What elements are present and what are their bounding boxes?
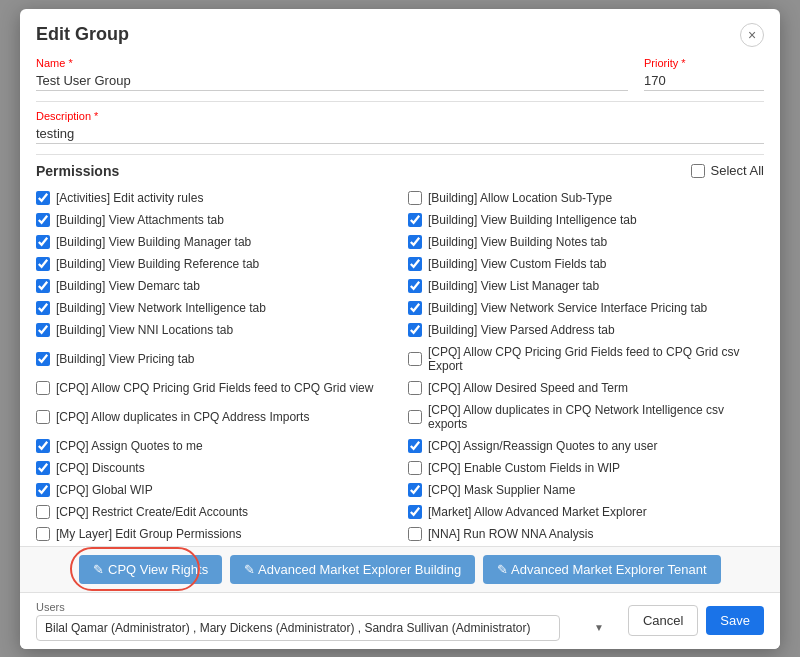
permission-item: [CPQ] Allow duplicates in CPQ Address Im… [36, 401, 392, 433]
permission-checkbox[interactable] [408, 505, 422, 519]
modal-header: Edit Group × [20, 9, 780, 47]
permission-item: [CPQ] Allow duplicates in CPQ Network In… [408, 401, 764, 433]
permission-item: [CPQ] Discounts [36, 459, 392, 477]
divider-1 [36, 101, 764, 102]
permission-checkbox[interactable] [36, 381, 50, 395]
permission-checkbox[interactable] [408, 279, 422, 293]
permission-checkbox[interactable] [36, 505, 50, 519]
permission-label: [Building] View Network Intelligence tab [56, 301, 266, 315]
permission-checkbox[interactable] [36, 301, 50, 315]
permission-item: [CPQ] Allow CPQ Pricing Grid Fields feed… [36, 379, 392, 397]
cancel-button[interactable]: Cancel [628, 605, 698, 636]
permission-label: [CPQ] Discounts [56, 461, 145, 475]
select-all-checkbox[interactable] [691, 164, 705, 178]
permission-item: [Building] View Demarc tab [36, 277, 392, 295]
permission-item: [Building] View Building Intelligence ta… [408, 211, 764, 229]
permission-checkbox[interactable] [36, 213, 50, 227]
ame-building-button[interactable]: ✎ Advanced Market Explorer Building [230, 555, 475, 584]
priority-input[interactable] [644, 71, 764, 91]
permission-label: [Building] View Parsed Address tab [428, 323, 615, 337]
name-input[interactable] [36, 71, 628, 91]
select-all-label: Select All [711, 163, 764, 178]
description-group: Description * [36, 110, 764, 144]
permission-checkbox[interactable] [408, 301, 422, 315]
footer-actions: Cancel Save [628, 605, 764, 636]
permission-checkbox[interactable] [408, 352, 422, 366]
permission-label: [CPQ] Allow duplicates in CPQ Network In… [428, 403, 764, 431]
permission-label: [CPQ] Allow CPQ Pricing Grid Fields feed… [428, 345, 764, 373]
permission-label: [CPQ] Mask Supplier Name [428, 483, 575, 497]
permission-item: [Building] View List Manager tab [408, 277, 764, 295]
permission-checkbox[interactable] [36, 257, 50, 271]
permission-checkbox[interactable] [408, 323, 422, 337]
permission-label: [Building] View Building Manager tab [56, 235, 251, 249]
description-input[interactable] [36, 124, 764, 144]
name-label: Name * [36, 57, 628, 69]
divider-2 [36, 154, 764, 155]
permission-item: [My Layer] Edit Group Permissions [36, 525, 392, 543]
permissions-grid: [Activities] Edit activity rules[Buildin… [36, 189, 764, 543]
permission-checkbox[interactable] [408, 213, 422, 227]
permission-item: [CPQ] Enable Custom Fields in WIP [408, 459, 764, 477]
close-button[interactable]: × [740, 23, 764, 47]
permission-item: [Market] Allow Advanced Market Explorer [408, 503, 764, 521]
ame-tenant-button[interactable]: ✎ Advanced Market Explorer Tenant [483, 555, 721, 584]
permission-label: [My Layer] Edit Group Permissions [56, 527, 241, 541]
permission-label: [CPQ] Allow CPQ Pricing Grid Fields feed… [56, 381, 373, 395]
permission-checkbox[interactable] [36, 483, 50, 497]
cpq-view-rights-button[interactable]: ✎ CPQ View Rights [79, 555, 222, 584]
permission-label: [NNA] Run ROW NNA Analysis [428, 527, 593, 541]
users-select-wrapper: Bilal Qamar (Administrator) , Mary Dicke… [36, 615, 612, 641]
permission-item: [CPQ] Assign Quotes to me [36, 437, 392, 455]
permission-checkbox[interactable] [36, 191, 50, 205]
permission-item: [Building] View Attachments tab [36, 211, 392, 229]
permission-label: [CPQ] Assign/Reassign Quotes to any user [428, 439, 657, 453]
permission-checkbox[interactable] [408, 381, 422, 395]
permission-checkbox[interactable] [36, 235, 50, 249]
permission-checkbox[interactable] [408, 235, 422, 249]
permission-checkbox[interactable] [36, 279, 50, 293]
permission-item: [Building] View Building Notes tab [408, 233, 764, 251]
select-all-container: Select All [691, 163, 764, 178]
description-label: Description * [36, 110, 764, 122]
permission-checkbox[interactable] [408, 410, 422, 424]
permission-checkbox[interactable] [408, 191, 422, 205]
permission-item: [CPQ] Assign/Reassign Quotes to any user [408, 437, 764, 455]
permission-checkbox[interactable] [36, 352, 50, 366]
permission-item: [Building] View NNI Locations tab [36, 321, 392, 339]
permission-checkbox[interactable] [408, 257, 422, 271]
permissions-title: Permissions [36, 163, 119, 179]
permission-label: [Building] View Pricing tab [56, 352, 195, 366]
users-select[interactable]: Bilal Qamar (Administrator) , Mary Dicke… [36, 615, 560, 641]
permission-label: [Building] View NNI Locations tab [56, 323, 233, 337]
permission-label: [Building] View Demarc tab [56, 279, 200, 293]
edit-group-modal: Edit Group × Name * Priority * [20, 9, 780, 649]
permission-checkbox[interactable] [408, 439, 422, 453]
permission-checkbox[interactable] [408, 461, 422, 475]
permission-item: [CPQ] Global WIP [36, 481, 392, 499]
permission-item: [Building] View Parsed Address tab [408, 321, 764, 339]
permission-label: [Market] Allow Advanced Market Explorer [428, 505, 647, 519]
permission-checkbox[interactable] [36, 410, 50, 424]
permission-item: [Building] View Building Manager tab [36, 233, 392, 251]
permission-checkbox[interactable] [36, 461, 50, 475]
priority-group: Priority * [644, 57, 764, 91]
permission-label: [CPQ] Enable Custom Fields in WIP [428, 461, 620, 475]
permission-label: [CPQ] Restrict Create/Edit Accounts [56, 505, 248, 519]
permission-checkbox[interactable] [36, 323, 50, 337]
save-button[interactable]: Save [706, 606, 764, 635]
users-label: Users [36, 601, 612, 613]
permission-label: [Building] View Building Reference tab [56, 257, 259, 271]
permission-checkbox[interactable] [36, 527, 50, 541]
permission-label: [Building] View Custom Fields tab [428, 257, 607, 271]
permission-item: [Building] View Pricing tab [36, 343, 392, 375]
permission-label: [Building] Allow Location Sub-Type [428, 191, 612, 205]
permission-checkbox[interactable] [408, 483, 422, 497]
permission-label: [Building] View List Manager tab [428, 279, 599, 293]
permission-checkbox[interactable] [408, 527, 422, 541]
permission-item: [Building] View Network Service Interfac… [408, 299, 764, 317]
modal-footer: Users Bilal Qamar (Administrator) , Mary… [20, 592, 780, 649]
permission-checkbox[interactable] [36, 439, 50, 453]
permission-item: [CPQ] Allow CPQ Pricing Grid Fields feed… [408, 343, 764, 375]
permission-item: [Building] View Custom Fields tab [408, 255, 764, 273]
